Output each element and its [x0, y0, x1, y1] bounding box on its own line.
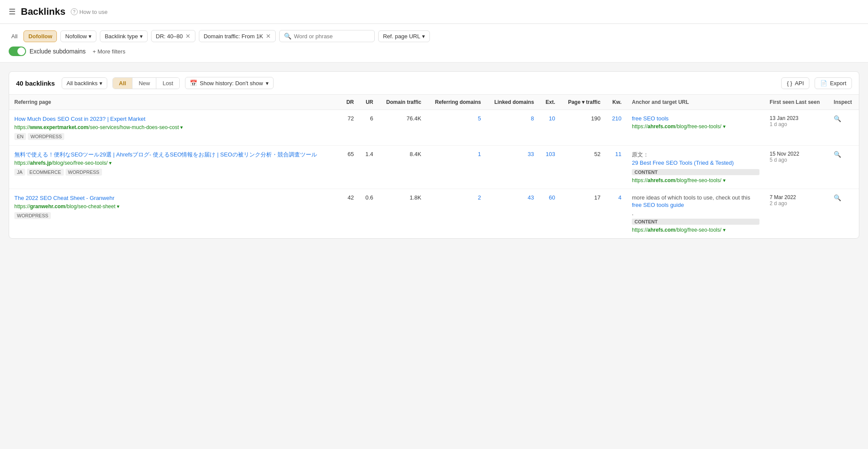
- backlink-type-chevron: ▾: [140, 33, 143, 40]
- dr-filter-chip[interactable]: DR: 40–80 ✕: [151, 30, 195, 42]
- anchor-prefix-2: 原文：: [632, 151, 759, 159]
- ur-1: 6: [359, 110, 379, 146]
- col-ext: Ext.: [539, 95, 561, 110]
- referring-domains-2[interactable]: 1: [426, 145, 486, 189]
- url-domain-3: granwehr.com: [30, 203, 65, 210]
- api-button[interactable]: { } API: [781, 77, 809, 89]
- more-filters-button[interactable]: + More filters: [92, 48, 125, 55]
- target-path-2: /blog/free-seo-tools/: [675, 177, 721, 183]
- filter-dofollow-button[interactable]: Dofollow: [23, 30, 57, 42]
- target-dropdown-3[interactable]: ▾: [721, 227, 725, 233]
- col-page-traffic[interactable]: Page ▾ traffic: [560, 95, 605, 110]
- page-traffic-2: 52: [560, 145, 605, 189]
- ref-page-url-button[interactable]: Ref. page URL ▾: [378, 30, 430, 42]
- target-url-3[interactable]: https://ahrefs.com/blog/free-seo-tools/ …: [632, 227, 759, 233]
- tag-row-1: EN WORDPRESS: [14, 133, 335, 140]
- content-badge-2: CONTENT: [632, 169, 759, 175]
- how-to-use-label: How to use: [79, 9, 108, 15]
- col-first-last-seen: First seen Last seen: [765, 95, 828, 110]
- ref-page-url-3[interactable]: https://granwehr.com/blog/seo-cheat-shee…: [14, 203, 335, 210]
- nofollow-chevron: ▾: [89, 33, 92, 40]
- export-button[interactable]: 📄 Export: [815, 77, 852, 89]
- referring-domains-1[interactable]: 5: [426, 110, 486, 146]
- domain-traffic-label: Domain traffic: From 1K: [204, 33, 263, 40]
- linked-domains-2[interactable]: 33: [486, 145, 539, 189]
- anchor-text-2[interactable]: 29 Best Free SEO Tools (Tried & Tested): [632, 160, 759, 166]
- kw-2[interactable]: 11: [606, 145, 627, 189]
- dr-1: 72: [340, 110, 359, 146]
- inspect-icon-2[interactable]: 🔍: [834, 151, 841, 158]
- filter-nofollow-button[interactable]: Nofollow ▾: [60, 30, 96, 42]
- url-dropdown-1[interactable]: ▾: [179, 124, 183, 130]
- inspect-cell-3: 🔍: [828, 189, 859, 238]
- show-history-button[interactable]: 📅 Show history: Don't show ▾: [185, 77, 274, 89]
- export-icon: 📄: [820, 80, 827, 86]
- word-phrase-search[interactable]: 🔍: [279, 30, 375, 42]
- inspect-cell-2: 🔍: [828, 145, 859, 189]
- anchor-block-2: 原文： 29 Best Free SEO Tools (Tried & Test…: [632, 151, 759, 183]
- col-kw: Kw.: [606, 95, 627, 110]
- search-input[interactable]: [294, 33, 370, 40]
- ext-2[interactable]: 103: [539, 145, 561, 189]
- target-prefix-2: https://: [632, 177, 647, 183]
- anchor-text-1[interactable]: free SEO tools: [632, 115, 759, 122]
- how-to-use-link[interactable]: ? How to use: [71, 8, 108, 15]
- dr-filter-close-icon[interactable]: ✕: [185, 33, 191, 40]
- ref-page-title-2[interactable]: 無料で使える！便利なSEOツール29選 | Ahrefsブログ- 使えるSEO情…: [14, 151, 335, 159]
- url-dropdown-3[interactable]: ▾: [116, 203, 119, 210]
- tab-new[interactable]: New: [132, 78, 156, 89]
- table-header-row: Referring page DR UR Domain traffic Refe…: [9, 95, 859, 110]
- target-dropdown-2[interactable]: ▾: [721, 177, 725, 183]
- tag-row-3: WORDPRESS: [14, 212, 335, 219]
- all-backlinks-button[interactable]: All backlinks ▾: [62, 77, 107, 89]
- filter-all-button[interactable]: All: [9, 31, 20, 42]
- backlink-type-button[interactable]: Backlink type ▾: [100, 30, 148, 42]
- ref-page-title-1[interactable]: How Much Does SEO Cost in 2023? | Expert…: [14, 115, 335, 123]
- target-url-2[interactable]: https://ahrefs.com/blog/free-seo-tools/ …: [632, 177, 759, 183]
- menu-icon[interactable]: ☰: [9, 7, 16, 17]
- domain-traffic-close-icon[interactable]: ✕: [266, 33, 271, 40]
- backlinks-count: 40 backlinks: [16, 80, 55, 87]
- tab-all[interactable]: All: [113, 78, 133, 89]
- ext-3[interactable]: 60: [539, 189, 561, 238]
- target-url-1[interactable]: https://ahrefs.com/blog/free-seo-tools/ …: [632, 123, 759, 130]
- inspect-icon-1[interactable]: 🔍: [834, 115, 841, 122]
- dr-2: 65: [340, 145, 359, 189]
- target-dropdown-1[interactable]: ▾: [721, 123, 725, 130]
- kw-1[interactable]: 210: [606, 110, 627, 146]
- linked-domains-3[interactable]: 43: [486, 189, 539, 238]
- url-dropdown-2[interactable]: ▾: [108, 160, 112, 166]
- domain-traffic-filter-chip[interactable]: Domain traffic: From 1K ✕: [199, 30, 276, 42]
- export-label: Export: [830, 80, 846, 86]
- target-prefix-3: https://: [632, 227, 647, 233]
- anchor-cell-3: more ideas of which tools to use, check …: [627, 189, 764, 238]
- referring-domains-3[interactable]: 2: [426, 189, 486, 238]
- url-domain-2: ahrefs.jp: [30, 160, 52, 166]
- tag-wordpress-2: WORDPRESS: [66, 169, 102, 176]
- dr-filter-label: DR: 40–80: [156, 33, 183, 40]
- inspect-icon-3[interactable]: 🔍: [834, 194, 841, 201]
- anchor-block-3: more ideas of which tools to use, check …: [632, 194, 759, 233]
- last-seen-date-1: 1 d ago: [770, 121, 823, 127]
- kw-3[interactable]: 4: [606, 189, 627, 238]
- api-label: API: [795, 80, 804, 86]
- show-history-label: Show history: Don't show: [200, 80, 263, 86]
- ref-page-url-1[interactable]: https://www.expertmarket.com/seo-service…: [14, 124, 335, 131]
- ur-3: 0.6: [359, 189, 379, 238]
- exclude-subdomains-toggle[interactable]: [9, 47, 26, 56]
- all-backlinks-label: All backlinks: [66, 80, 98, 86]
- ext-1[interactable]: 10: [539, 110, 561, 146]
- tab-lost[interactable]: Lost: [156, 78, 179, 89]
- target-domain-1: ahrefs.com: [647, 123, 675, 130]
- ref-page-cell-2: 無料で使える！便利なSEOツール29選 | Ahrefsブログ- 使えるSEO情…: [9, 145, 340, 189]
- exclude-subdomains-label: Exclude subdomains: [30, 48, 86, 55]
- col-anchor-target: Anchor and target URL: [627, 95, 764, 110]
- col-domain-traffic: Domain traffic: [379, 95, 427, 110]
- ref-page-url-2[interactable]: https://ahrefs.jp/blog/seo/free-seo-tool…: [14, 160, 335, 167]
- tag-ecommerce-2: ECOMMERCE: [27, 169, 64, 176]
- linked-domains-1[interactable]: 8: [486, 110, 539, 146]
- ref-page-title-3[interactable]: The 2022 SEO Cheat Sheet - Granwehr: [14, 194, 335, 202]
- anchor-text-3[interactable]: free SEO tools guide: [632, 202, 759, 208]
- all-backlinks-chevron: ▾: [99, 80, 102, 86]
- col-dr: DR: [340, 95, 359, 110]
